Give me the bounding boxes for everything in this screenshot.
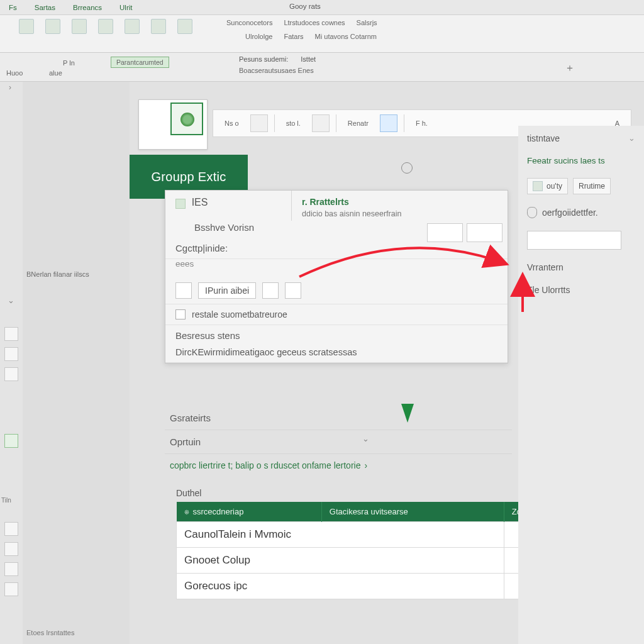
right-properties-panel: tistntave ⌄ Feeatr sucins laes ts ou'ty … bbox=[518, 126, 644, 644]
ribbon-icon[interactable] bbox=[177, 19, 192, 34]
table-cell: CaunolTalein i Mvmoic bbox=[177, 522, 504, 548]
rprop-label-1: tistntave bbox=[527, 133, 560, 143]
table-cell: Gorecuos ipc bbox=[177, 574, 504, 599]
left-panel-footer: Etoes Irsntattes bbox=[26, 629, 74, 636]
chevron-down-icon[interactable]: ⌄ bbox=[628, 133, 635, 143]
tool-icon[interactable] bbox=[4, 367, 18, 381]
ribbon-sub-item[interactable]: Fatars bbox=[284, 33, 303, 40]
document-icon bbox=[180, 113, 194, 126]
dialog-chip-icon[interactable] bbox=[175, 282, 192, 299]
rprop-link-2[interactable]: Feeatr sucins laes ts bbox=[527, 156, 635, 165]
tool-icon[interactable] bbox=[4, 327, 18, 341]
rprop-chip-2[interactable]: Rrutime bbox=[573, 178, 611, 194]
dialog-field-3: eees bbox=[175, 259, 194, 269]
rprop-chip-1[interactable]: ou'ty bbox=[527, 178, 568, 194]
ribbon-sub-item[interactable]: Salsrjs bbox=[357, 19, 377, 26]
ribbon-3-left-label: P ln bbox=[63, 59, 75, 67]
editor-thumb-card[interactable] bbox=[138, 99, 208, 150]
green-down-arrow-icon bbox=[401, 404, 414, 423]
dialog-field-1: Bsshve Vorisn bbox=[194, 222, 254, 233]
ribbon-tabs: Fs Sartas Brreancs Ulrit Gooy rats bbox=[0, 0, 644, 15]
divider bbox=[336, 114, 336, 132]
rprop-label-3: oerfgoiidettfer. bbox=[542, 208, 598, 218]
dialog-header-sub: ddicio bas aisnin neseerfrain bbox=[302, 209, 497, 218]
mini-toolbar-label: Renatr bbox=[343, 119, 374, 127]
ribbon-small-btn[interactable]: Parantcarumted bbox=[111, 57, 169, 68]
dialog-input-chip[interactable]: IPurin aibei bbox=[198, 282, 256, 299]
chevron-right-icon[interactable]: › bbox=[9, 83, 11, 92]
dialog-chip-step[interactable] bbox=[262, 282, 279, 299]
rprop-input[interactable] bbox=[527, 231, 621, 250]
ribbon-icon[interactable] bbox=[98, 19, 113, 34]
dialog-small-field[interactable] bbox=[427, 223, 463, 242]
dialog-field-2: Cgcttp|inide: bbox=[175, 243, 228, 253]
ribbon-icon[interactable] bbox=[19, 19, 34, 34]
editor-thumb bbox=[170, 103, 203, 135]
rail-label: Tiln bbox=[1, 497, 11, 504]
table-cell: Gnooet Colup bbox=[177, 548, 504, 574]
lower-row-2[interactable]: Oprtuin bbox=[165, 430, 512, 454]
ribbon-label-right: alue bbox=[49, 69, 62, 77]
rprop-label-4: Vrrantern bbox=[527, 262, 564, 272]
ribbon-icon[interactable] bbox=[72, 19, 87, 34]
ribbon-sub-item[interactable]: Sunconocetors bbox=[226, 19, 272, 26]
ribbon-sub-item[interactable]: Mi utavons Cotarnm bbox=[315, 33, 377, 40]
lower-section: Gsrateirts Oprtuin copbrc liertrire t; b… bbox=[165, 406, 512, 477]
dialog-header-icon bbox=[175, 199, 186, 209]
ribbon-icon[interactable] bbox=[125, 19, 140, 34]
mini-toolbar-label: sto l. bbox=[281, 119, 306, 127]
bell-icon bbox=[527, 207, 537, 218]
plus-icon[interactable]: ＋ bbox=[565, 62, 575, 75]
left-tool-rail: › ⌄ Tiln bbox=[0, 82, 23, 644]
tool-icon[interactable] bbox=[4, 522, 18, 536]
ribbon-sub: Sunconocetors Ltrstudoces cownes Salsrjs… bbox=[0, 15, 644, 53]
ribbon-3-label: Pesuns sudemi: bbox=[239, 55, 288, 63]
mini-toolbar-btn[interactable] bbox=[312, 114, 330, 132]
divider bbox=[274, 114, 275, 132]
dialog-header-left: IES bbox=[192, 197, 208, 208]
mini-toolbar-btn[interactable] bbox=[250, 114, 268, 132]
lower-link-text: copbrc liertrire t; balip o s rduscet on… bbox=[170, 460, 360, 470]
chip-icon bbox=[533, 181, 543, 191]
tool-icon[interactable] bbox=[4, 542, 18, 556]
ribbon-tab-1[interactable]: Sartas bbox=[26, 1, 64, 14]
dialog-small-field[interactable] bbox=[467, 223, 502, 242]
ribbon-tab-0[interactable]: Fs bbox=[0, 1, 26, 14]
ribbon-label-left: Huoo bbox=[6, 69, 23, 77]
mini-toolbar-label: Ns o bbox=[219, 119, 244, 127]
ribbon-icon[interactable] bbox=[45, 19, 60, 34]
ribbon-3-label: Isttet bbox=[301, 55, 316, 63]
ribbon-3-label-2: Boacserautsusaes Enes bbox=[239, 67, 314, 74]
divider bbox=[404, 114, 404, 132]
tool-icon[interactable] bbox=[4, 582, 18, 596]
ribbon-tab-3[interactable]: Ulrit bbox=[111, 1, 141, 14]
tool-icon[interactable] bbox=[4, 434, 18, 448]
left-panel-text: BNerlan filanar iilscs bbox=[26, 270, 89, 278]
ribbon-tab-2[interactable]: Brreancs bbox=[64, 1, 111, 14]
dialog-section2-body: DircKEwirmidimeatigaoc geceus scratsessa… bbox=[175, 347, 357, 357]
ribbon-icon[interactable] bbox=[151, 19, 166, 34]
chevron-right-icon: › bbox=[364, 460, 367, 470]
dialog-right-fields bbox=[427, 223, 502, 242]
table-header[interactable]: Gtacikesra uvitsearse bbox=[321, 502, 504, 522]
table-header[interactable]: ⎈ssrcecdneriap bbox=[177, 502, 322, 522]
mini-toolbar-btn[interactable] bbox=[380, 114, 397, 132]
dialog-chip-step[interactable] bbox=[285, 282, 301, 299]
dialog-section2-title: Besresus stens bbox=[175, 330, 240, 341]
ribbon-row-3: P ln Parantcarumted Pesuns sudemi: Istte… bbox=[0, 53, 644, 82]
ribbon-title: Gooy rats bbox=[289, 3, 321, 10]
ribbon-sub-item[interactable]: Ltrstudoces cownes bbox=[284, 19, 345, 26]
chevron-down-icon[interactable]: ⌄ bbox=[8, 296, 14, 305]
circle-icon bbox=[401, 162, 413, 174]
ribbon-sub-item[interactable]: Ulrololge bbox=[245, 33, 272, 40]
group-band-label: Groupp Extic bbox=[151, 170, 226, 184]
dialog-check-label: restale suometbatreuroe bbox=[192, 309, 287, 319]
lower-row-1[interactable]: Gsrateirts bbox=[165, 406, 512, 430]
lower-link[interactable]: copbrc liertrire t; balip o s rduscet on… bbox=[165, 454, 512, 477]
checkbox[interactable] bbox=[175, 309, 186, 319]
rprop-label-5: Fle Ulorrtts bbox=[527, 285, 570, 295]
mini-toolbar-label: F h. bbox=[411, 119, 433, 127]
tool-icon[interactable] bbox=[4, 347, 18, 361]
properties-dialog: IES r. Rrattelrts ddicio bas aisnin nese… bbox=[165, 190, 508, 364]
tool-icon[interactable] bbox=[4, 562, 18, 576]
